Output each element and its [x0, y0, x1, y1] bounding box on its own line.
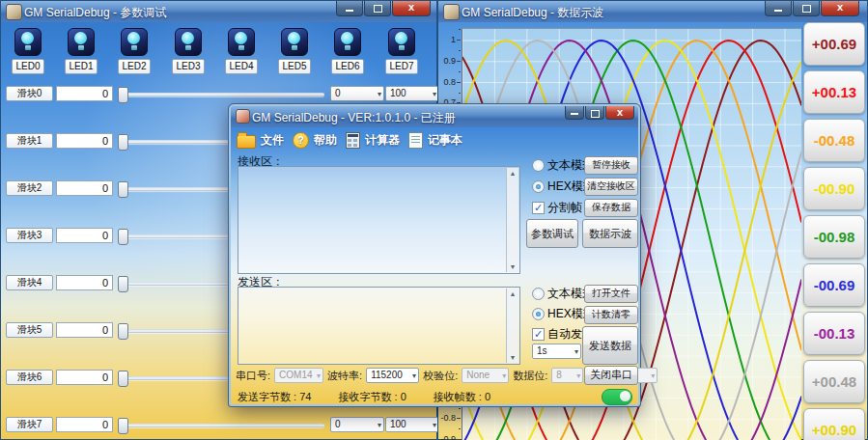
counter-reset-button[interactable]: 计数清零 — [584, 306, 638, 324]
slider-min-select[interactable]: 0 — [330, 417, 384, 432]
data-scope-button[interactable]: 数据示波 — [582, 219, 638, 248]
auto-send-checkbox[interactable] — [532, 328, 545, 341]
slider-value-input[interactable]: 0 — [56, 133, 113, 149]
slider-track[interactable] — [119, 424, 324, 427]
slider-value-input[interactable]: 0 — [56, 322, 113, 338]
slider-min-select[interactable]: 0 — [330, 86, 384, 101]
slider-thumb[interactable] — [118, 87, 128, 103]
scope-window-title: GM SerialDebug - 数据示波 — [462, 5, 603, 21]
slider-value-input[interactable]: 0 — [56, 417, 113, 432]
slider-value-input[interactable]: 0 — [56, 180, 113, 196]
toolbar-item-help[interactable]: ? 帮助 — [293, 132, 337, 149]
slider-thumb[interactable] — [118, 323, 128, 340]
toolbar-item-calculator[interactable]: 计算器 — [346, 132, 400, 149]
send-data-button[interactable]: 发送数据 — [582, 326, 638, 365]
slider-track[interactable] — [119, 93, 324, 96]
y-axis-tick-label: 0.9 — [436, 56, 456, 66]
scope-value-badge: +00.90 — [803, 408, 865, 440]
led-indicator[interactable]: LED0 — [12, 28, 44, 74]
scroll-down-icon[interactable]: ▼ — [507, 352, 518, 363]
led-indicator[interactable]: LED1 — [65, 28, 98, 74]
slider-value-input[interactable]: 0 — [56, 275, 113, 290]
slider-thumb[interactable] — [118, 229, 128, 245]
slider-value-input[interactable]: 0 — [56, 370, 113, 385]
slider-value-input[interactable]: 0 — [56, 228, 113, 243]
data-bits-label: 数据位: — [513, 369, 547, 383]
slider-label: 滑块7 — [6, 417, 53, 432]
led-bulb-icon — [68, 28, 95, 56]
maximize-button[interactable] — [793, 1, 820, 16]
led-label: LED0 — [12, 59, 44, 74]
clear-receive-button[interactable]: 清空接收区 — [584, 178, 638, 196]
led-label: LED5 — [278, 59, 311, 74]
send-textarea[interactable]: ▲ ▼ — [238, 287, 520, 365]
close-button[interactable] — [821, 1, 859, 16]
save-data-button[interactable]: 保存数据 — [584, 199, 638, 217]
main-window-titlebar[interactable]: GM SerialDebug - VER:1.0.1.0 - 已注册 — [231, 106, 638, 127]
param-window-titlebar[interactable]: GM SerialDebug - 参数调试 — [1, 1, 436, 22]
scope-value-badge: +00.13 — [803, 70, 865, 114]
tx-text-mode-radio[interactable] — [532, 288, 545, 300]
notepad-icon — [408, 132, 423, 149]
send-interval-select[interactable]: 1s — [532, 344, 581, 359]
scroll-up-icon[interactable]: ▲ — [507, 168, 518, 179]
slider-max-select[interactable]: 100 — [385, 86, 439, 101]
minimize-button[interactable] — [336, 1, 363, 16]
minimize-button[interactable] — [565, 106, 584, 120]
close-button[interactable] — [605, 106, 634, 120]
split-frame-checkbox[interactable] — [532, 202, 545, 214]
slider-thumb[interactable] — [118, 371, 128, 387]
led-indicator[interactable]: LED6 — [331, 28, 364, 74]
slider-thumb[interactable] — [118, 418, 128, 434]
maximize-button[interactable] — [364, 1, 391, 16]
main-window-title: GM SerialDebug - VER:1.0.1.0 - 已注册 — [252, 110, 456, 126]
scope-window-titlebar[interactable]: GM SerialDebug - 数据示波 — [438, 1, 867, 22]
pause-receive-button[interactable]: 暂停接收 — [584, 156, 638, 175]
main-toolbar: 文件 ? 帮助 计算器 记事本 — [237, 128, 462, 152]
open-file-button[interactable]: 打开文件 — [584, 285, 638, 303]
y-axis-tick-label: -0.9 — [436, 434, 456, 440]
scope-value-badge: -00.13 — [803, 312, 865, 355]
param-window-title: GM SerialDebug - 参数调试 — [24, 5, 166, 21]
led-bulb-icon — [175, 28, 202, 56]
serial-toggle-switch[interactable] — [602, 389, 632, 405]
toolbar-item-file[interactable]: 文件 — [237, 132, 284, 149]
slider-thumb[interactable] — [118, 134, 128, 151]
led-bulb-icon — [228, 28, 255, 56]
baud-label: 波特率: — [327, 369, 362, 383]
scroll-down-icon[interactable]: ▼ — [507, 261, 518, 272]
rx-text-mode-radio[interactable] — [532, 159, 545, 172]
tx-hex-mode-radio[interactable] — [532, 308, 545, 320]
led-indicator[interactable]: LED2 — [118, 28, 151, 74]
led-indicator[interactable]: LED5 — [278, 28, 311, 74]
rx-hex-mode-radio[interactable] — [532, 180, 545, 193]
maximize-button[interactable] — [585, 106, 604, 120]
toolbar-item-notepad[interactable]: 记事本 — [408, 132, 462, 149]
slider-value-input[interactable]: 0 — [56, 86, 113, 101]
scroll-up-icon[interactable]: ▲ — [507, 289, 518, 299]
data-bits-select[interactable]: 8 — [551, 368, 583, 383]
minimize-button[interactable] — [765, 1, 792, 16]
param-debug-button[interactable]: 参数调试 — [526, 219, 578, 248]
close-port-button[interactable]: 关闭串口 — [584, 366, 638, 385]
led-indicator[interactable]: LED4 — [225, 28, 258, 74]
y-axis-tick — [457, 82, 461, 83]
main-serial-window: GM SerialDebug - VER:1.0.1.0 - 已注册 文件 ? … — [229, 104, 640, 406]
close-button[interactable] — [392, 1, 431, 16]
send-scrollbar[interactable]: ▲ ▼ — [506, 289, 518, 363]
y-axis-tick — [459, 50, 461, 51]
slider-thumb[interactable] — [118, 181, 128, 198]
baud-select[interactable]: 115200 — [366, 368, 419, 383]
receive-textarea[interactable]: ▲ ▼ — [238, 166, 520, 274]
calculator-icon — [346, 132, 360, 149]
slider-thumb[interactable] — [118, 276, 128, 292]
receive-scrollbar[interactable]: ▲ ▼ — [506, 168, 518, 272]
port-label: 串口号: — [236, 369, 270, 383]
slider-max-select[interactable]: 100 — [385, 417, 439, 432]
y-axis-tick — [457, 418, 461, 419]
parity-select[interactable]: None — [462, 368, 509, 383]
led-indicator[interactable]: LED7 — [385, 28, 418, 74]
led-indicator[interactable]: LED3 — [172, 28, 205, 74]
port-select[interactable]: COM14 — [274, 368, 323, 383]
led-bulb-icon — [281, 28, 308, 56]
